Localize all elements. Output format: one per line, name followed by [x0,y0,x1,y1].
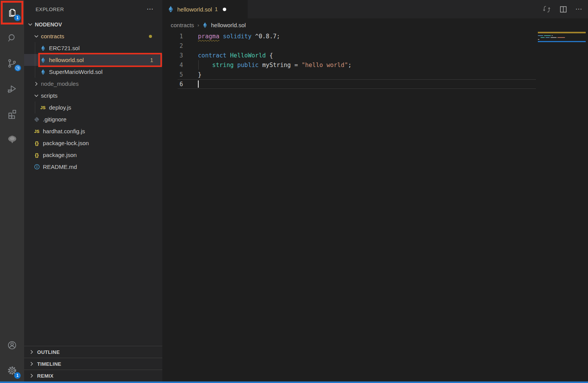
search-activity-button[interactable] [0,25,24,51]
panel-header-remix[interactable]: REMIX [24,370,162,381]
file-name: SuperMarioWorld.sol [49,69,103,75]
settings-activity-button[interactable]: 1 [0,358,24,383]
file-row-package-json[interactable]: {}package.json [24,149,162,161]
tree-indent-guide [35,101,35,113]
file-name: deploy.js [49,104,71,111]
panel-label: TIMELINE [37,361,61,367]
file-row-helloworld-sol[interactable]: helloworld.sol1 [24,54,162,66]
account-activity-button[interactable] [0,332,24,358]
git-icon [33,116,40,123]
minimap[interactable] [538,32,586,42]
chevron-right-icon [33,81,39,87]
chevron-right-icon [29,349,35,355]
code-editor[interactable]: 1pragma solidity ^0.8.7;23contract Hello… [162,31,588,383]
code-line-5: 5} [162,70,588,79]
status-accent-bar [0,381,588,383]
breadcrumb: contracts › helloworld.sol [162,18,588,31]
explorer-badge: 1 [14,15,21,21]
file-row--gitignore[interactable]: .gitignore [24,113,162,125]
sync-clock-badge [15,65,21,71]
line-number: 2 [162,43,183,49]
code-line-1: 1pragma solidity ^0.8.7; [162,31,588,41]
file-name: README.md [43,164,77,170]
file-row-readme-md[interactable]: README.md [24,161,162,173]
file-name: ERC721.sol [49,45,80,51]
breadcrumb-folder[interactable]: contracts [171,22,194,28]
remix-icon [7,134,18,144]
split-editor-icon[interactable] [559,5,568,14]
chevron-down-icon [33,33,39,39]
run-debug-icon [7,83,17,94]
file-row-package-lock-json[interactable]: {}package-lock.json [24,137,162,149]
text-cursor [198,80,199,88]
source-control-activity-button[interactable] [0,51,24,76]
folder-name: scripts [41,92,57,99]
file-name: package-lock.json [43,140,89,146]
panel-label: OUTLINE [37,349,60,355]
chevron-down-icon [27,21,33,28]
search-icon [7,33,17,43]
line-number: 6 [162,81,183,88]
vscode-window: 1 [0,0,588,383]
tab-dirty-indicator[interactable] [223,8,226,11]
panel-header-outline[interactable]: OUTLINE [24,346,162,358]
file-row-deploy-js[interactable]: JSdeploy.js [24,101,162,113]
code-text: } [183,71,201,78]
editor-more-actions-icon[interactable]: ⋯ [575,7,583,11]
line-number: 5 [162,71,183,78]
account-icon [7,340,17,350]
breadcrumb-file[interactable]: helloworld.sol [211,22,246,28]
file-name: .gitignore [43,116,67,123]
extensions-activity-button[interactable] [0,101,24,126]
minimap-warning-line [538,32,586,33]
explorer-sidebar: EXPLORER ⋯ NODENOVcontractsERC721.solhel… [24,0,162,383]
info-icon [33,164,40,170]
javascript-icon: JS [39,104,46,111]
folder-name: contracts [41,33,64,39]
tree-indent-guide [35,54,35,66]
run-debug-activity-button[interactable] [0,76,24,101]
explorer-activity-button[interactable]: 1 [0,0,24,25]
modified-dot [149,35,152,38]
editor-group: helloworld.sol 1 ⋯ contracts [162,0,588,383]
file-row-supermarioworld-sol[interactable]: SuperMarioWorld.sol [24,66,162,78]
open-changes-icon[interactable] [542,5,551,14]
code-line-2: 2 [162,41,588,51]
tab-bar: helloworld.sol 1 ⋯ [162,0,588,18]
folder-row-scripts[interactable]: scripts [24,90,162,101]
breadcrumb-separator-icon: › [198,22,199,28]
file-tree: NODENOVcontractsERC721.solhelloworld.sol… [24,18,162,173]
sidebar-title: EXPLORER [36,7,64,12]
sidebar-bottom-panels: OUTLINETIMELINEREMIX [24,346,162,381]
code-line-4: 4 string public myString = "hello world"… [162,60,588,70]
line-number: 4 [162,62,183,69]
code-text: pragma solidity ^0.8.7; [183,33,280,40]
json-icon: {} [33,152,40,159]
remix-activity-button[interactable] [0,126,24,152]
file-row-erc721-sol[interactable]: ERC721.sol [24,42,162,54]
ethereum-icon [203,22,207,28]
problems-count-badge: 1 [150,57,153,63]
tree-indent-guide [35,66,35,78]
code-text: contract HelloWorld { [183,52,273,59]
tab-label: helloworld.sol [177,6,212,13]
line-number: 3 [162,52,183,59]
file-name: hardhat.config.js [43,128,85,134]
json-icon: {} [33,140,40,147]
project-root-row[interactable]: NODENOV [24,18,162,30]
panel-header-timeline[interactable]: TIMELINE [24,358,162,370]
code-indent-guide [198,60,199,70]
file-row-hardhat-config-js[interactable]: JShardhat.config.js [24,125,162,137]
ethereum-icon [39,45,46,52]
editor-actions: ⋯ [542,0,583,18]
extensions-icon [7,109,17,119]
code-text: string public myString = "hello world"; [183,62,351,69]
chevron-right-icon [29,373,35,379]
code-line-3: 3contract HelloWorld { [162,51,588,60]
tab-helloworld[interactable]: helloworld.sol 1 [162,0,248,18]
folder-row-contracts[interactable]: contracts [24,30,162,42]
tree-indent-guide [35,42,35,54]
folder-row-node-modules[interactable]: node_modules [24,78,162,90]
explorer-more-actions-icon[interactable]: ⋯ [147,7,154,11]
chevron-right-icon [29,361,35,367]
